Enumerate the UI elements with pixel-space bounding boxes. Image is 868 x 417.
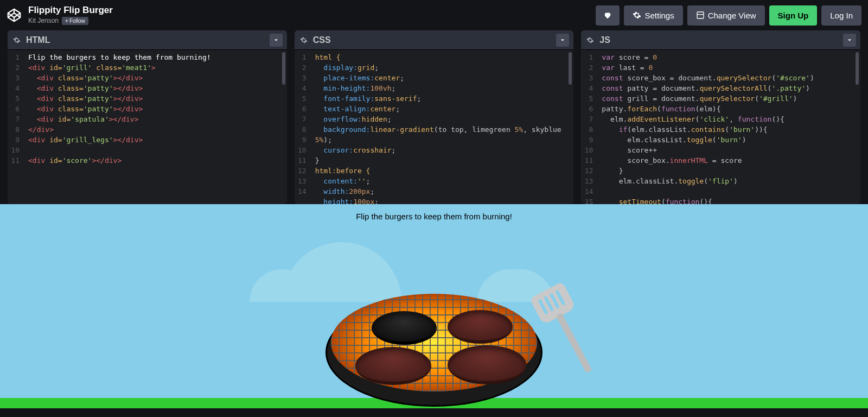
line-gutter: 123456789101112131415 <box>581 50 597 204</box>
title-block: Flippity Flip Burger Kit Jenson + Follow <box>28 5 113 25</box>
editors-row: HTML 1234567891011 Flip the burgers to k… <box>0 30 868 204</box>
scrollbar-thumb[interactable] <box>856 52 859 85</box>
js-code-editor[interactable]: 123456789101112131415 var score = 0var l… <box>581 50 860 204</box>
code-body[interactable]: html { display:grid; place-items:center;… <box>311 50 574 204</box>
patty[interactable] <box>372 311 437 345</box>
panel-options-button[interactable] <box>556 34 569 47</box>
html-code-editor[interactable]: 1234567891011 Flip the burgers to keep t… <box>8 50 287 204</box>
settings-button[interactable]: Settings <box>624 5 682 26</box>
line-gutter: 1234567891011121314 <box>295 50 311 204</box>
login-button[interactable]: Log In <box>821 5 861 26</box>
heart-icon <box>603 11 612 20</box>
header-right: Settings Change View Sign Up Log In <box>596 5 861 26</box>
panel-title: JS <box>599 35 610 45</box>
svg-rect-0 <box>697 12 704 18</box>
js-panel: JS 123456789101112131415 var score = 0va… <box>581 30 860 204</box>
html-panel-header: HTML <box>8 30 287 50</box>
css-code-editor[interactable]: 1234567891011121314 html { display:grid;… <box>295 50 574 204</box>
spatula-handle <box>556 313 592 374</box>
plus-icon: + <box>65 18 68 24</box>
chevron-down-icon <box>559 37 566 43</box>
heart-button[interactable] <box>596 5 620 26</box>
line-gutter: 1234567891011 <box>8 50 24 204</box>
chevron-down-icon <box>273 37 279 43</box>
pen-title: Flippity Flip Burger <box>28 5 113 16</box>
scrollbar-thumb[interactable] <box>282 52 285 85</box>
panel-options-button[interactable] <box>270 34 283 47</box>
patty[interactable] <box>448 310 513 344</box>
code-body[interactable]: var score = 0var last = 0const score_box… <box>597 50 860 204</box>
css-panel: CSS 1234567891011121314 html { display:g… <box>295 30 574 204</box>
code-body[interactable]: Flip the burgers to keep them from burni… <box>24 50 287 204</box>
html-panel: HTML 1234567891011 Flip the burgers to k… <box>8 30 287 204</box>
change-view-button[interactable]: Change View <box>687 5 765 26</box>
css-panel-header: CSS <box>295 30 574 50</box>
byline: Kit Jenson + Follow <box>28 17 113 25</box>
author-link[interactable]: Kit Jenson <box>28 17 59 24</box>
scrollbar-thumb[interactable] <box>569 52 572 85</box>
panel-options-button[interactable] <box>843 34 856 47</box>
gear-icon <box>633 11 641 20</box>
preview-pane[interactable]: Flip the burgers to keep them from burni… <box>0 204 868 408</box>
panel-title: CSS <box>313 35 331 45</box>
view-icon <box>696 11 705 20</box>
codepen-logo-icon <box>7 8 22 23</box>
chevron-down-icon <box>846 37 853 43</box>
panel-title: HTML <box>26 35 50 45</box>
header-left: Flippity Flip Burger Kit Jenson + Follow <box>7 5 113 25</box>
signup-button[interactable]: Sign Up <box>769 5 818 26</box>
patty[interactable] <box>355 347 431 385</box>
follow-button[interactable]: + Follow <box>62 17 88 25</box>
header: Flippity Flip Burger Kit Jenson + Follow… <box>0 0 868 30</box>
js-panel-header: JS <box>581 30 860 50</box>
gear-icon[interactable] <box>586 36 594 44</box>
instruction-text: Flip the burgers to keep them from burni… <box>0 204 868 221</box>
grill <box>326 283 542 408</box>
patty[interactable] <box>448 345 526 384</box>
gear-icon[interactable] <box>13 36 21 44</box>
gear-icon[interactable] <box>300 36 308 44</box>
